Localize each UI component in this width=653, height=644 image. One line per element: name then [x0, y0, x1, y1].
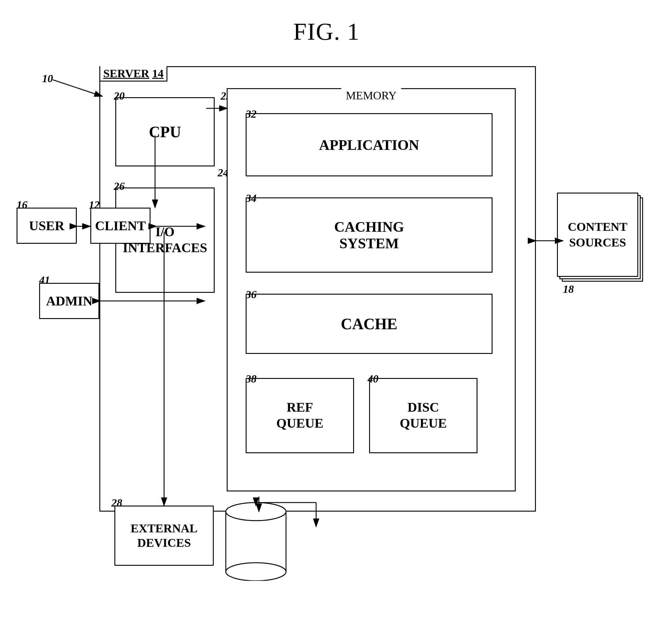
memory-box: MEMORY APPLICATION CACHINGSYSTEM CACHE R…: [227, 88, 516, 491]
caching-system-box: CACHINGSYSTEM: [246, 197, 492, 273]
admin-box: ADMIN: [39, 283, 99, 319]
ref-queue-label: REFQUEUE: [276, 400, 323, 431]
ref-40: 40: [368, 373, 379, 385]
client-box: CLIENT: [90, 208, 150, 244]
application-label: APPLICATION: [319, 137, 419, 153]
figure-title: FIG. 1: [0, 0, 653, 45]
cpu-label: CPU: [149, 123, 181, 141]
ref-28: 28: [112, 497, 122, 509]
user-box: USER: [17, 208, 77, 244]
ref-34: 34: [246, 192, 257, 205]
external-devices-label: EXTERNALDEVICES: [131, 521, 197, 550]
memory-label: MEMORY: [341, 88, 401, 103]
admin-label: ADMIN: [46, 293, 92, 309]
svg-point-2: [226, 563, 286, 581]
server-label: SERVER 14: [100, 66, 167, 81]
ref-36: 36: [246, 288, 257, 301]
cache-box: CACHE: [246, 294, 492, 354]
application-box: APPLICATION: [246, 113, 492, 176]
caching-label: CACHINGSYSTEM: [334, 219, 404, 252]
server-num: 14: [152, 67, 164, 80]
user-label: USER: [29, 218, 64, 233]
ref-38: 38: [246, 373, 257, 385]
content-page-front: CONTENTSOURCES: [557, 193, 638, 277]
ref-queue-box: REFQUEUE: [246, 378, 354, 453]
ref-12: 12: [89, 199, 100, 211]
external-devices-box: EXTERNALDEVICES: [114, 505, 214, 566]
ref-18: 18: [563, 283, 574, 296]
ref-32: 32: [246, 108, 257, 120]
ref-16: 16: [17, 199, 27, 211]
client-label: CLIENT: [95, 218, 146, 233]
ref-26: 26: [114, 180, 125, 193]
server-box: SERVER 14 CPU I/OINTERFACES 20 22 26 24 …: [99, 66, 536, 512]
server-text: SERVER: [103, 67, 149, 80]
ref-10: 10: [42, 72, 53, 85]
cache-label: CACHE: [341, 315, 397, 333]
database-cylinder: [223, 497, 289, 582]
cpu-box: CPU: [115, 97, 215, 167]
svg-line-3: [53, 80, 102, 96]
svg-point-1: [226, 502, 286, 521]
disc-queue-label: DISCQUEUE: [400, 400, 447, 431]
ref-41: 41: [39, 274, 50, 287]
content-sources-label: CONTENTSOURCES: [568, 219, 627, 250]
disc-queue-box: DISCQUEUE: [369, 378, 478, 453]
ref-20: 20: [114, 90, 125, 102]
